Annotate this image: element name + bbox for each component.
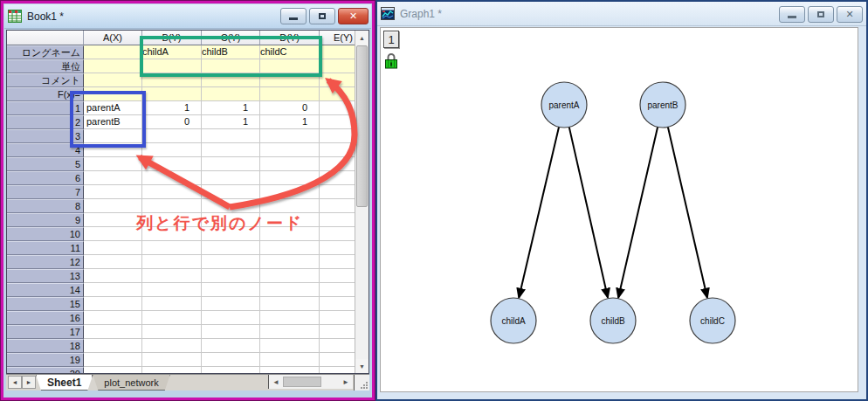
cell[interactable] [142, 297, 202, 311]
header-cell[interactable] [84, 45, 142, 59]
header-cell[interactable] [260, 87, 320, 101]
row-number[interactable]: 20 [7, 367, 84, 374]
cell[interactable] [84, 157, 142, 171]
cell[interactable] [320, 185, 356, 199]
cell[interactable] [202, 199, 260, 213]
sheet-tab-Sheet1[interactable]: Sheet1 [36, 375, 93, 391]
row-number[interactable]: 11 [7, 241, 84, 255]
vertical-scroll-thumb[interactable] [356, 45, 368, 207]
worksheet-grid[interactable]: A(X)B(Y)C(Y)D(Y)E(Y) ロングネームchildAchildBc… [6, 30, 369, 374]
cell[interactable] [202, 129, 260, 143]
cell[interactable] [202, 143, 260, 157]
graph-page[interactable]: 1 parentAparentBchildAchildBchildC [380, 27, 858, 392]
cell[interactable] [320, 283, 356, 297]
row-number[interactable]: 5 [7, 157, 84, 171]
cell[interactable] [320, 129, 356, 143]
cell[interactable] [260, 325, 320, 339]
graph1-restore-button[interactable] [808, 6, 834, 23]
row-number[interactable]: 10 [7, 227, 84, 241]
cell[interactable] [260, 241, 320, 255]
cell[interactable] [202, 283, 260, 297]
cell[interactable] [260, 157, 320, 171]
cell[interactable] [202, 171, 260, 185]
cell[interactable] [84, 325, 142, 339]
cell[interactable] [320, 353, 356, 367]
cell[interactable]: 1 [260, 115, 320, 129]
cell[interactable] [320, 199, 356, 213]
tab-prev-button[interactable]: ◄ [8, 376, 22, 389]
cell[interactable] [84, 185, 142, 199]
scroll-right-button[interactable]: ► [339, 375, 353, 389]
cell[interactable] [202, 269, 260, 283]
cell[interactable] [320, 325, 356, 339]
cell[interactable] [260, 171, 320, 185]
cell[interactable] [202, 157, 260, 171]
cell[interactable] [84, 255, 142, 269]
cell[interactable] [142, 269, 202, 283]
cell[interactable] [84, 339, 142, 353]
row-number[interactable]: 19 [7, 353, 84, 367]
header-cell[interactable] [142, 87, 202, 101]
row-number[interactable]: 7 [7, 185, 84, 199]
cell[interactable] [142, 171, 202, 185]
cell[interactable]: 0 [260, 101, 320, 115]
cell[interactable] [320, 311, 356, 325]
vertical-scrollbar[interactable]: ▲ ▼ [355, 31, 369, 373]
cell[interactable] [260, 255, 320, 269]
column-header-A[interactable]: A(X) [84, 31, 142, 45]
row-label[interactable]: コメント [7, 73, 84, 87]
header-cell[interactable] [202, 87, 260, 101]
row-label[interactable]: ロングネーム [7, 45, 84, 59]
scroll-left-button[interactable]: ◄ [269, 375, 283, 389]
tab-next-button[interactable]: ► [22, 376, 36, 389]
cell[interactable] [320, 143, 356, 157]
cell[interactable] [202, 241, 260, 255]
cell[interactable] [142, 255, 202, 269]
cell[interactable] [260, 297, 320, 311]
cell[interactable] [202, 297, 260, 311]
cell[interactable] [320, 171, 356, 185]
cell[interactable] [142, 185, 202, 199]
row-number[interactable]: 6 [7, 171, 84, 185]
row-number[interactable]: 9 [7, 213, 84, 227]
cell[interactable] [260, 269, 320, 283]
cell[interactable] [202, 339, 260, 353]
graph1-titlebar[interactable]: Graph1 * ✕ [377, 2, 866, 26]
cell[interactable] [260, 353, 320, 367]
horizontal-scroll-thumb[interactable] [283, 377, 321, 387]
cell[interactable]: 1 [142, 101, 202, 115]
cell[interactable]: 1 [202, 115, 260, 129]
cell[interactable] [260, 367, 320, 374]
cell[interactable] [320, 269, 356, 283]
row-label[interactable]: 単位 [7, 59, 84, 73]
header-cell[interactable] [320, 45, 356, 59]
cell[interactable] [142, 283, 202, 297]
row-number[interactable]: 14 [7, 283, 84, 297]
cell[interactable] [84, 227, 142, 241]
row-number[interactable]: 15 [7, 297, 84, 311]
cell[interactable] [202, 185, 260, 199]
header-cell[interactable] [84, 73, 142, 87]
cell[interactable] [260, 339, 320, 353]
cell[interactable] [84, 241, 142, 255]
cell[interactable] [142, 353, 202, 367]
cell[interactable] [142, 143, 202, 157]
cell[interactable] [260, 129, 320, 143]
row-number[interactable]: 17 [7, 325, 84, 339]
cell[interactable] [320, 255, 356, 269]
cell[interactable] [142, 199, 202, 213]
cell[interactable] [320, 157, 356, 171]
cell[interactable]: 0 [142, 115, 202, 129]
cell[interactable] [260, 283, 320, 297]
row-number[interactable]: 18 [7, 339, 84, 353]
header-cell[interactable] [84, 59, 142, 73]
cell[interactable] [260, 143, 320, 157]
book1-titlebar[interactable]: Book1 * ✕ [4, 4, 371, 29]
book1-minimize-button[interactable] [280, 8, 307, 24]
cell[interactable] [202, 353, 260, 367]
row-number[interactable]: 13 [7, 269, 84, 283]
cell[interactable] [142, 339, 202, 353]
cell[interactable] [84, 199, 142, 213]
cell[interactable] [260, 185, 320, 199]
cell[interactable] [84, 283, 142, 297]
